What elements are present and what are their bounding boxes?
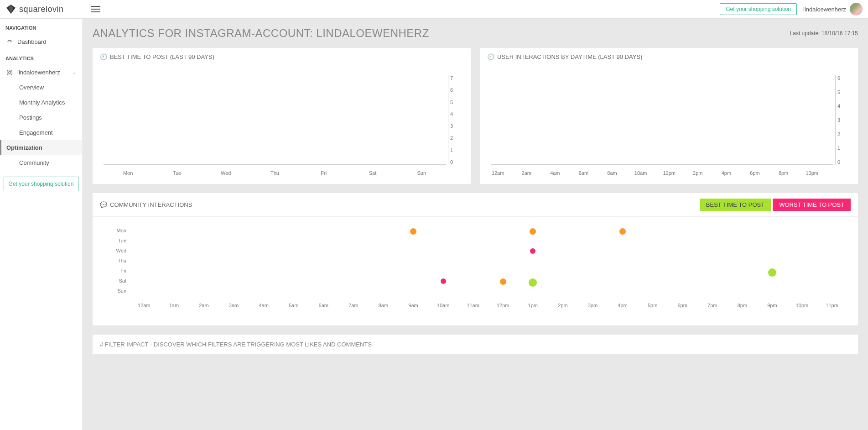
card-community-title: COMMUNITY INTERACTIONS <box>110 201 192 208</box>
badge-best-time: BEST TIME TO POST <box>700 199 771 211</box>
card-best-time-title: BEST TIME TO POST (LAST 90 DAYS) <box>110 53 214 60</box>
nav-community[interactable]: Community <box>0 155 82 170</box>
sidebar: NAVIGATION Dashboard ANALYTICS lindaloew… <box>0 19 83 430</box>
instagram-icon <box>6 69 13 76</box>
scatter-dot[interactable] <box>530 248 535 254</box>
nav-dashboard[interactable]: Dashboard <box>0 34 82 49</box>
card-filter-impact: # FILTER IMPACT - DISCOVER WHICH FILTERS… <box>93 335 858 354</box>
menu-toggle-icon[interactable] <box>91 6 100 12</box>
chart-community: MonTueWedThuFriSatSun 12am1am2am3am4am5a… <box>104 226 847 317</box>
svg-rect-0 <box>7 70 12 75</box>
nav-section-navigation: NAVIGATION <box>0 19 82 34</box>
nav-dashboard-label: Dashboard <box>17 38 47 45</box>
nav-section-analytics: ANALYTICS <box>0 49 82 65</box>
card-filter-title: FILTER IMPACT - DISCOVER WHICH FILTERS A… <box>105 341 372 348</box>
logo[interactable]: squarelovin <box>5 4 82 15</box>
nav-account-label: lindaloewenherz <box>17 69 60 76</box>
sidebar-shopping-cta[interactable]: Get your shopping solution <box>4 177 78 191</box>
nav-overview[interactable]: Overview <box>0 80 82 95</box>
gauge-icon <box>6 39 13 45</box>
scatter-dot[interactable] <box>530 228 536 235</box>
top-header: squarelovin Get your shopping solution l… <box>0 0 868 19</box>
card-interactions-title: USER INTERACTIONS BY DAYTIME (LAST 90 DA… <box>497 53 642 60</box>
page-title: ANALYTICS FOR INSTAGRAM-ACCOUNT: LINDALO… <box>93 27 429 40</box>
scatter-dot[interactable] <box>441 278 446 284</box>
comment-icon: 💬 <box>100 201 107 208</box>
chevron-down-icon: ⌵ <box>73 70 76 75</box>
chart-interactions: 6543210 12am2am4am6am8am10am12pm2pm4pm6p… <box>491 75 847 176</box>
svg-point-2 <box>10 71 11 72</box>
avatar <box>850 3 863 16</box>
nav-engagement[interactable]: Engagement <box>0 125 82 140</box>
nav-postings[interactable]: Postings <box>0 110 82 125</box>
clock-icon: 🕘 <box>100 53 107 60</box>
svg-point-1 <box>9 71 11 73</box>
main-content: ANALYTICS FOR INSTAGRAM-ACCOUNT: LINDALO… <box>83 19 868 430</box>
scatter-dot[interactable] <box>619 228 626 235</box>
logo-icon <box>5 4 16 15</box>
last-update: Last update: 18/10/16 17:15 <box>790 30 858 37</box>
user-menu[interactable]: lindaloewenherz <box>803 3 863 16</box>
shopping-cta-button[interactable]: Get your shopping solution <box>720 3 797 15</box>
username-label: lindaloewenherz <box>803 6 846 13</box>
card-best-time: 🕘 BEST TIME TO POST (LAST 90 DAYS) 76543… <box>93 48 471 184</box>
chart-best-time: 76543210 MonTueWedThuFriSatSun <box>104 75 460 176</box>
card-interactions: 🕘 USER INTERACTIONS BY DAYTIME (LAST 90 … <box>480 48 858 184</box>
scatter-dot[interactable] <box>768 268 776 277</box>
scatter-dot[interactable] <box>500 278 506 285</box>
card-community: 💬 COMMUNITY INTERACTIONS BEST TIME TO PO… <box>93 193 858 325</box>
scatter-dot[interactable] <box>410 228 416 235</box>
clock-icon: 🕘 <box>487 53 494 60</box>
hashtag-icon: # <box>100 341 103 348</box>
nav-account[interactable]: lindaloewenherz ⌵ <box>0 65 82 80</box>
nav-monthly[interactable]: Monthly Analytics <box>0 95 82 110</box>
scatter-dot[interactable] <box>529 278 537 287</box>
brand-name: squarelovin <box>19 5 64 14</box>
badge-worst-time: WORST TIME TO POST <box>773 199 851 211</box>
nav-optimization[interactable]: Optimization <box>0 140 82 155</box>
